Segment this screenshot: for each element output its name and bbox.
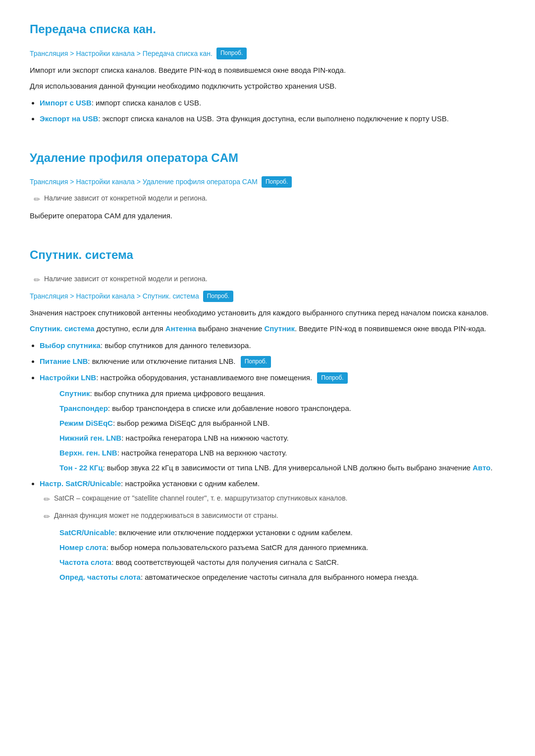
term-satellite-val: Спутник (264, 324, 295, 333)
pencil-icon-sat-top: ✏ (34, 274, 40, 287)
term-satcr-sub-0: SatCR/Unicable (59, 528, 115, 537)
breadcrumb-cam-link-1[interactable]: Трансляция (30, 176, 68, 187)
try-button-cam[interactable]: Попроб. (262, 176, 292, 188)
try-button-lnb-power[interactable]: Попроб. (241, 356, 271, 367)
sub-lnb-2: Режим DiSEqC: выбор режима DiSEqC для вы… (59, 417, 505, 429)
pencil-icon-satcr-0: ✏ (44, 493, 50, 506)
note-cam-text: Наличие зависит от конкретной модели и р… (44, 193, 208, 203)
term-lnb-sub-0: Спутник (59, 389, 90, 398)
term-lnb-sub-2: Режим DiSEqC (59, 419, 113, 427)
para-transfer-1: Импорт или экспорт списка каналов. Введи… (30, 64, 505, 76)
breadcrumb-sat-link-2[interactable]: Настройки канала (76, 291, 134, 302)
term-export: Экспорт на USB (40, 114, 98, 123)
sub-items-satcr: SatCR/Unicable: включение или отключение… (59, 527, 505, 583)
text-lnb-sub-1: : выбор транспондера в списке или добавл… (108, 404, 351, 412)
breadcrumb-cam-sep-1: > (70, 176, 74, 187)
list-item-export: Экспорт на USB: экспорт списка каналов н… (40, 113, 505, 125)
term-select-sat: Выбор спутника (40, 341, 101, 350)
sub-lnb-3: Нижний ген. LNB: настройка генератора LN… (59, 432, 505, 444)
para-satellite-1: Значения настроек спутниковой антенны не… (30, 307, 505, 319)
breadcrumb-link-1[interactable]: Трансляция (30, 48, 68, 59)
list-item-select-satellite: Выбор спутника: выбор спутников для данн… (40, 340, 505, 352)
text-lnb-power: : включение или отключение питания LNB. (88, 357, 235, 365)
section-transfer-list: Передача списка кан. Трансляция > Настро… (30, 20, 505, 125)
text-lnb-settings: : настройка оборудования, устанавливаемо… (96, 373, 312, 382)
inline-text2: выбрано значение (196, 324, 265, 333)
note-cam: ✏ Наличие зависит от конкретной модели и… (34, 193, 505, 206)
breadcrumb-link-2[interactable]: Настройки канала (76, 48, 134, 59)
text-lnb-sub-5b: . (490, 463, 492, 472)
text-export: : экспорт списка каналов на USB. Эта фун… (98, 114, 449, 123)
note-satellite-top: ✏ Наличие зависит от конкретной модели и… (34, 273, 505, 287)
text-import: : импорт списка каналов с USB. (92, 99, 201, 107)
pencil-icon: ✏ (34, 193, 40, 206)
sub-lnb-0: Спутник: выбор спутника для приема цифро… (59, 388, 505, 400)
breadcrumb-cam-sep-2: > (137, 176, 141, 187)
sub-satcr-2: Частота слота: ввод соответствующей част… (59, 556, 505, 568)
list-item-lnb-settings: Настройки LNB: настройка оборудования, у… (40, 372, 505, 474)
term-satcr-sub-3: Опред. частоты слота (59, 573, 141, 581)
note-satcr-1: ✏ Данная функция может не поддерживаться… (44, 510, 505, 523)
breadcrumb-sat-link-3[interactable]: Спутник. система (143, 291, 199, 302)
sub-lnb-1: Транспондер: выбор транспондера в списке… (59, 403, 505, 414)
para-transfer-2: Для использования данной функции необход… (30, 80, 505, 92)
text-satcr-sub-1: : выбор номера пользовательского разъема… (107, 543, 369, 552)
pencil-icon-satcr-1: ✏ (44, 510, 50, 523)
sub-lnb-5: Тон - 22 КГц: выбор звука 22 кГц в завис… (59, 462, 505, 474)
sub-satcr-0: SatCR/Unicable: включение или отключение… (59, 527, 505, 539)
section-title-transfer: Передача списка кан. (30, 20, 505, 41)
section-cam-profile: Удаление профиля оператора CAM Трансляци… (30, 149, 505, 222)
term-satcr: Настр. SatCR/Unicable (40, 479, 121, 488)
term-lnb-sub-5b: Авто (473, 463, 490, 472)
list-item-satcr: Настр. SatCR/Unicable: настройка установ… (40, 478, 505, 583)
inline-text3: . Введите PIN-код в появившемся окне вво… (295, 324, 486, 333)
text-lnb-sub-5: : выбор звука 22 кГц в зависимости от ти… (103, 463, 473, 472)
breadcrumb-transfer: Трансляция > Настройки канала > Передача… (30, 48, 505, 59)
breadcrumb-sat-sep-1: > (70, 291, 74, 302)
term-satcr-sub-1: Номер слота (59, 543, 107, 552)
text-satcr-sub-2: : ввод соответствующей частоты для получ… (111, 558, 339, 566)
sub-lnb-4: Верхн. ген. LNB: настройка генератора LN… (59, 447, 505, 459)
term-lnb-power: Питание LNB (40, 357, 88, 365)
text-satcr-sub-0: : включение или отключение поддержки уст… (115, 528, 353, 537)
sub-satcr-1: Номер слота: выбор номера пользовательск… (59, 542, 505, 554)
breadcrumb-sep-2: > (137, 48, 141, 59)
para-cam-select: Выберите оператора CAM для удаления. (30, 210, 505, 222)
inline-text1: доступно, если для (95, 324, 165, 333)
note-satcr-1-text: Данная функция может не поддерживаться в… (54, 510, 278, 521)
note-satcr-0-text: SatCR – сокращение от "satellite channel… (54, 493, 347, 504)
try-button-lnb-settings[interactable]: Попроб. (317, 372, 347, 384)
term-sat-system: Спутник. система (30, 324, 95, 333)
term-satcr-sub-2: Частота слота (59, 558, 111, 566)
text-select-sat: : выбор спутников для данного телевизора… (101, 341, 251, 350)
list-transfer: Импорт с USB: импорт списка каналов с US… (40, 97, 505, 125)
term-import: Импорт с USB (40, 99, 92, 107)
breadcrumb-satellite: Трансляция > Настройки канала > Спутник.… (30, 291, 505, 302)
term-antenna: Антенна (165, 324, 196, 333)
text-satcr-sub-3: : автоматическое определение частоты сиг… (141, 573, 419, 581)
term-lnb-sub-5: Тон - 22 КГц (59, 463, 103, 472)
breadcrumb-cam-link-2[interactable]: Настройки канала (76, 176, 134, 187)
note-satcr-0: ✏ SatCR – сокращение от "satellite chann… (44, 493, 505, 506)
para-satellite-inline: Спутник. система доступно, если для Анте… (30, 323, 505, 335)
text-satcr: : настройка установки с одним кабелем. (121, 479, 260, 488)
breadcrumb-cam-link-3[interactable]: Удаление профиля оператора CAM (143, 176, 258, 187)
note-satellite-top-text: Наличие зависит от конкретной модели и р… (44, 273, 208, 284)
try-button-satellite[interactable]: Попроб. (203, 291, 233, 302)
text-lnb-sub-3: : настройка генератора LNB на нижнюю час… (121, 434, 289, 442)
try-button-transfer[interactable]: Попроб. (216, 48, 247, 59)
text-lnb-sub-4: : настройка генератора LNB на верхнюю ча… (117, 449, 287, 457)
section-title-satellite: Спутник. система (30, 246, 505, 266)
breadcrumb-sep-1: > (70, 48, 74, 59)
list-item-lnb-power: Питание LNB: включение или отключение пи… (40, 355, 505, 368)
sub-items-lnb: Спутник: выбор спутника для приема цифро… (59, 388, 505, 474)
breadcrumb-sat-sep-2: > (137, 291, 141, 302)
term-lnb-sub-1: Транспондер (59, 404, 108, 412)
text-lnb-sub-2: : выбор режима DiSEqC для выбранной LNB. (113, 419, 269, 427)
breadcrumb-cam: Трансляция > Настройки канала > Удаление… (30, 176, 505, 188)
text-lnb-sub-0: : выбор спутника для приема цифрового ве… (90, 389, 266, 398)
term-lnb-settings: Настройки LNB (40, 373, 96, 382)
section-satellite: Спутник. система ✏ Наличие зависит от ко… (30, 246, 505, 584)
breadcrumb-link-3[interactable]: Передача списка кан. (143, 48, 213, 59)
breadcrumb-sat-link-1[interactable]: Трансляция (30, 291, 68, 302)
